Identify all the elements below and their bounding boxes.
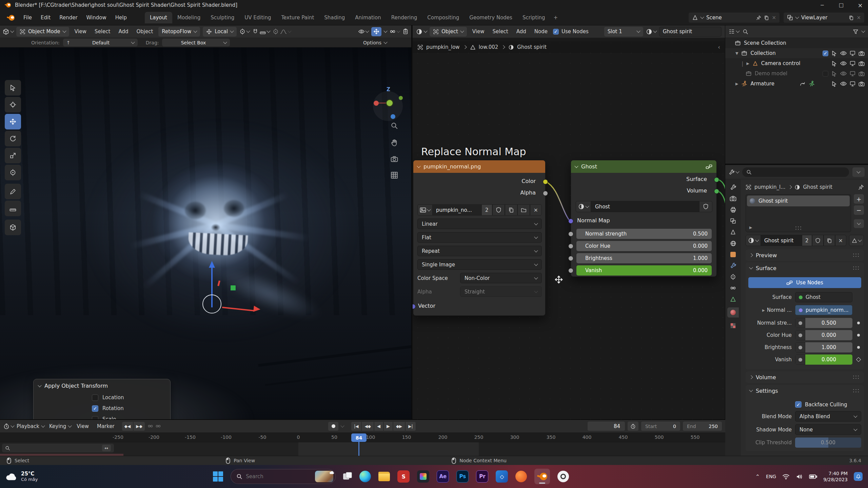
alpha-output-socket[interactable] <box>543 191 548 196</box>
close-button[interactable]: × <box>852 0 868 10</box>
apply-scale-option[interactable]: Scale <box>34 414 170 419</box>
task-view-button[interactable] <box>343 472 352 481</box>
add-slot-button[interactable]: + <box>854 194 864 204</box>
menu-file[interactable]: File <box>19 10 36 25</box>
eye-icon[interactable] <box>840 71 847 76</box>
panel-settings[interactable]: Settings <box>746 385 864 396</box>
extension-selector[interactable]: Repeat <box>417 246 542 256</box>
play-button[interactable]: ▶ <box>384 422 393 431</box>
viewport-menu-select[interactable]: Select <box>92 25 113 38</box>
timeline-view-menu[interactable]: View <box>74 420 92 432</box>
tab-add-workspace[interactable]: + <box>550 12 561 23</box>
image-users-count[interactable]: 2 <box>481 204 492 216</box>
unlink-material-button[interactable]: × <box>835 235 846 246</box>
rotation-checkbox[interactable] <box>92 405 98 412</box>
frame-start-field[interactable]: Start 0 <box>641 422 680 431</box>
app-premiere-icon[interactable]: Pr <box>476 470 488 483</box>
gizmo-axis-z[interactable] <box>391 114 395 119</box>
pin-icon[interactable] <box>756 15 761 20</box>
clip-threshold-slider[interactable]: 0.500 <box>795 438 861 448</box>
pivot-point-selector[interactable] <box>239 28 250 35</box>
app-white-circle-icon[interactable] <box>557 471 569 482</box>
search-icon[interactable] <box>743 29 748 35</box>
image-texture-node[interactable]: pumpkin_normal.png Color Alpha pumpkin_n… <box>413 160 546 316</box>
image-node-header[interactable]: pumpkin_normal.png <box>413 160 545 173</box>
tab-texture-icon[interactable] <box>730 323 736 329</box>
eye-icon[interactable] <box>840 61 847 66</box>
snap-controls[interactable] <box>252 28 270 35</box>
expand-icon[interactable]: ▶ <box>746 61 749 66</box>
playhead-label[interactable]: 84 <box>351 433 367 442</box>
outliner-row-demo-model[interactable]: Demo model <box>725 68 868 79</box>
camera-icon[interactable] <box>859 81 865 86</box>
shader-menu-select[interactable]: Select <box>490 25 511 38</box>
gizmo-x-arrow[interactable] <box>253 306 261 312</box>
ortho-grid-icon[interactable] <box>391 171 398 179</box>
copy-image-button[interactable] <box>505 204 517 216</box>
image-name-field[interactable]: pumpkin_no... <box>433 204 481 216</box>
jump-to-start-button[interactable]: |◀ <box>351 422 361 431</box>
normal-expand-icon[interactable]: ▶ <box>762 308 765 312</box>
retopoflow-menu[interactable]: RetopoFlow <box>158 27 200 37</box>
expand-icon[interactable]: ▼ <box>735 51 738 56</box>
edge-icon[interactable] <box>359 471 371 482</box>
vanish-socket[interactable] <box>568 268 573 273</box>
tab-constraints-icon[interactable] <box>730 285 736 291</box>
monitor-icon[interactable] <box>850 50 855 56</box>
timeline-body[interactable]: -250 -200 -150 -100 -50 0 50 100 150 200… <box>0 433 725 456</box>
tab-render-icon[interactable] <box>730 196 736 201</box>
pin-icon[interactable] <box>858 184 864 190</box>
tab-animation[interactable]: Animation <box>350 12 386 23</box>
zoom-icon[interactable] <box>391 122 398 129</box>
tab-output-icon[interactable] <box>730 206 736 213</box>
viewport-canvas[interactable]: Z Apply Object Transform <box>0 47 411 419</box>
vector-input-socket[interactable] <box>413 304 416 309</box>
monitor-icon[interactable] <box>850 81 855 86</box>
tab-object-data-icon[interactable] <box>730 296 736 302</box>
properties-search-field[interactable] <box>742 167 849 177</box>
tray-expand-chevron[interactable]: ⌃ <box>755 473 760 480</box>
monitor-icon[interactable] <box>850 71 855 76</box>
eye-icon[interactable] <box>840 81 847 86</box>
keyframe-dot[interactable] <box>857 346 860 349</box>
ghost-node-header[interactable]: Ghost <box>571 160 716 173</box>
tool-add-primitive[interactable] <box>5 220 21 235</box>
file-explorer-icon[interactable] <box>378 472 390 481</box>
viewport-menu-add[interactable]: Add <box>116 25 131 38</box>
gizmo-axis-x[interactable] <box>374 101 379 106</box>
app-after-effects-icon[interactable]: Ae <box>437 470 449 483</box>
remove-slot-button[interactable]: − <box>854 205 864 215</box>
use-nodes-checkbox[interactable] <box>553 29 559 35</box>
vanish-field[interactable]: 0.000 <box>795 354 852 365</box>
tab-material-icon-active[interactable] <box>727 307 739 318</box>
selectable-icon[interactable] <box>831 50 837 56</box>
interpolation-selector[interactable]: Linear <box>417 219 542 229</box>
scene-selector[interactable]: Scene × <box>688 12 780 23</box>
app-blue-tile-icon[interactable]: ◇ <box>496 470 508 483</box>
eye-icon[interactable] <box>840 51 847 56</box>
color-output-socket[interactable] <box>543 179 548 184</box>
source-selector[interactable]: Single Image <box>417 259 542 270</box>
volume-output-socket[interactable] <box>714 189 719 194</box>
tool-annotate[interactable] <box>5 184 21 199</box>
tool-select-box[interactable] <box>5 80 21 96</box>
menu-window[interactable]: Window <box>82 10 111 25</box>
brightness-slider[interactable]: Brightness 1.000 <box>576 253 712 263</box>
menu-edit[interactable]: Edit <box>36 10 55 25</box>
jump-to-end-button[interactable]: ▶| <box>406 422 415 431</box>
apply-transform-header[interactable]: Apply Object Transform <box>34 379 170 392</box>
scale-checkbox[interactable] <box>92 416 98 420</box>
material-browse-button[interactable] <box>746 235 761 246</box>
apply-location-option[interactable]: Location <box>34 392 170 403</box>
copy-material-button[interactable] <box>824 235 835 246</box>
taskbar-search[interactable] <box>231 469 336 484</box>
vanish-slider[interactable]: Vanish 0.000 <box>576 265 712 276</box>
surface-output-socket[interactable] <box>714 177 719 182</box>
tool-measure[interactable] <box>5 201 21 216</box>
collection-checkbox[interactable] <box>823 50 828 56</box>
menu-help[interactable]: Help <box>111 10 131 25</box>
tab-viewlayer-icon[interactable] <box>730 218 736 224</box>
slot-specials-button[interactable] <box>854 219 864 228</box>
unlink-image-button[interactable]: × <box>530 204 542 216</box>
normal-strength-socket[interactable] <box>568 231 573 237</box>
